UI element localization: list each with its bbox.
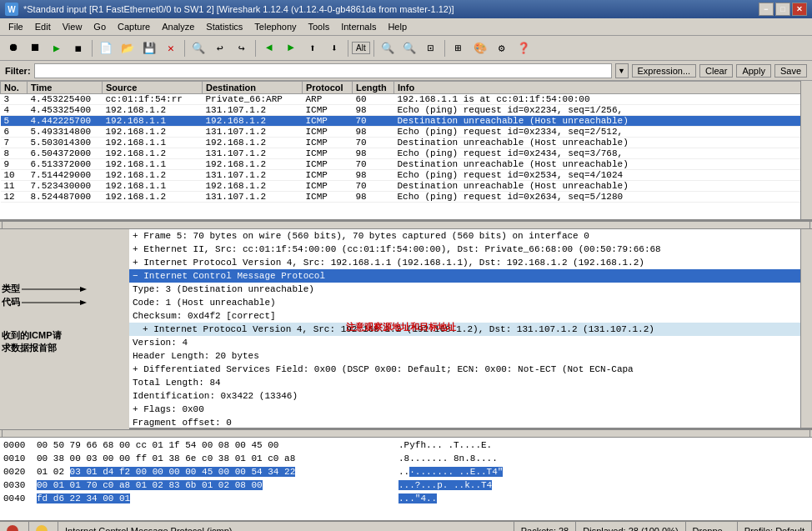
table-row[interactable]: 117.523430000192.168.1.1192.168.1.2ICMP7… xyxy=(1,181,812,192)
clear-button[interactable]: Clear xyxy=(699,64,733,78)
menu-file[interactable]: File xyxy=(3,20,28,33)
table-row[interactable]: 34.453225400cc:01:1f:54:rrPrivate_66:ARP… xyxy=(1,94,812,105)
status-dot-red xyxy=(0,522,29,531)
toolbar-new[interactable]: 📄 xyxy=(96,39,116,58)
table-row[interactable]: 128.524487000192.168.1.2131.107.1.2ICMP9… xyxy=(1,192,812,203)
table-cell: 3 xyxy=(1,94,28,105)
table-cell: 131.107.1.2 xyxy=(203,127,303,138)
menu-telephony[interactable]: Telephony xyxy=(249,20,301,33)
toolbar-start-capture[interactable]: ⏺ xyxy=(3,39,23,58)
toolbar-down[interactable]: ⬇ xyxy=(324,39,344,58)
table-row[interactable]: 96.513372000192.168.1.1192.168.1.2ICMP70… xyxy=(1,159,812,170)
detail-line[interactable]: Type: 3 (Destination unreachable) xyxy=(129,283,812,296)
table-row[interactable]: 65.493314800192.168.1.2131.107.1.2ICMP98… xyxy=(1,127,812,138)
hscroll-track-packets[interactable] xyxy=(2,221,810,229)
close-button[interactable]: ✕ xyxy=(792,3,807,16)
detail-line[interactable]: Fragment offset: 0 xyxy=(129,416,812,429)
expression-button[interactable]: Expression... xyxy=(632,64,697,78)
toolbar-stop-capture[interactable]: ⏹ xyxy=(25,39,45,58)
toolbar-prev[interactable]: ◄ xyxy=(259,39,279,58)
table-cell: 192.168.1.2 xyxy=(103,127,203,138)
menu-go[interactable]: Go xyxy=(88,20,111,33)
menu-analyze[interactable]: Analyze xyxy=(157,20,199,33)
table-cell: 4.442225700 xyxy=(28,116,103,127)
filter-dropdown[interactable]: ▼ xyxy=(615,63,629,78)
code-arrow-icon xyxy=(22,298,88,308)
detail-line[interactable]: + Differentiated Services Field: 0x00 (D… xyxy=(129,363,812,376)
detail-line[interactable]: + Flags: 0x00 xyxy=(129,403,812,416)
table-cell: ICMP xyxy=(303,116,353,127)
table-cell: 7.514429000 xyxy=(28,170,103,181)
detail-line[interactable]: Checksum: 0xd4f2 [correct] xyxy=(129,309,812,323)
detail-line[interactable]: Version: 4 xyxy=(129,336,812,349)
svg-text:W: W xyxy=(8,5,16,14)
minimize-button[interactable]: − xyxy=(759,3,774,16)
table-row[interactable]: 86.504372000192.168.1.2131.107.1.2ICMP98… xyxy=(1,148,812,159)
detail-line[interactable]: Header Length: 20 bytes xyxy=(129,349,812,363)
detail-hscroll[interactable] xyxy=(0,429,812,438)
hex-bytes: 00 38 00 03 00 00 ff 01 38 6e c0 38 01 0… xyxy=(37,452,395,465)
maximize-button[interactable]: □ xyxy=(775,3,790,16)
toolbar-sep-6 xyxy=(444,40,445,57)
svg-marker-3 xyxy=(80,287,87,292)
menu-capture[interactable]: Capture xyxy=(113,20,155,33)
detail-line[interactable]: + Frame 5: 70 bytes on wire (560 bits), … xyxy=(129,229,812,243)
menu-tools[interactable]: Tools xyxy=(303,20,335,33)
hex-line: 0040fd d6 22 34 00 01..."4.. xyxy=(3,492,809,505)
table-cell: 60 xyxy=(353,94,394,105)
toolbar-find[interactable]: 🔍 xyxy=(188,39,208,58)
toolbar-next[interactable]: ► xyxy=(281,39,301,58)
hex-offset: 0020 xyxy=(3,465,33,478)
apply-button[interactable]: Apply xyxy=(736,64,771,78)
menu-internals[interactable]: Internals xyxy=(336,20,381,33)
table-cell: 7 xyxy=(1,138,28,148)
toolbar-go-forward[interactable]: ↪ xyxy=(232,39,252,58)
menu-edit[interactable]: Edit xyxy=(30,20,56,33)
table-row[interactable]: 75.503014300192.168.1.1192.168.1.2ICMP70… xyxy=(1,138,812,148)
table-cell: Private_66:ARP xyxy=(203,94,303,105)
hex-bytes: 00 50 79 66 68 00 cc 01 1f 54 00 08 00 4… xyxy=(37,438,395,452)
status-red-icon xyxy=(7,525,18,532)
table-row[interactable]: 107.514429000192.168.1.2131.107.1.2ICMP9… xyxy=(1,170,812,181)
toolbar-save[interactable]: 💾 xyxy=(139,39,159,58)
filter-input[interactable] xyxy=(34,63,612,78)
toolbar-help2[interactable]: ❓ xyxy=(514,39,534,58)
toolbar-go-back[interactable]: ↩ xyxy=(210,39,230,58)
packet-detail-lines: + Frame 5: 70 bytes on wire (560 bits), … xyxy=(129,229,812,429)
toolbar-stop-live[interactable]: ◼ xyxy=(68,39,88,58)
hex-offset: 0040 xyxy=(3,492,33,505)
svg-marker-5 xyxy=(80,300,87,305)
table-cell: 192.168.1.2 xyxy=(103,192,203,203)
toolbar-zoom-normal[interactable]: ⊡ xyxy=(421,39,441,58)
save-button[interactable]: Save xyxy=(774,64,807,78)
detail-line[interactable]: + Internet Protocol Version 4, Src: 192.… xyxy=(129,323,812,336)
toolbar-up[interactable]: ⬆ xyxy=(303,39,323,58)
hscroll-track-detail[interactable] xyxy=(2,429,810,438)
toolbar-open[interactable]: 📂 xyxy=(118,39,138,58)
packet-list-scrollbar[interactable] xyxy=(800,81,812,219)
toolbar-restart-capture[interactable]: ▶ xyxy=(47,39,67,58)
toolbar-prefs[interactable]: ⚙ xyxy=(492,39,512,58)
table-cell: 9 xyxy=(1,159,28,170)
toolbar-capture-filters[interactable]: ⊞ xyxy=(449,39,469,58)
detail-line[interactable]: + Internet Protocol Version 4, Src: 192.… xyxy=(129,256,812,269)
toolbar-sep-4 xyxy=(348,40,348,57)
menu-statistics[interactable]: Statistics xyxy=(201,20,248,33)
detail-line[interactable]: − Internet Control Message Protocol xyxy=(129,269,812,283)
detail-scrollbar[interactable] xyxy=(800,229,812,428)
toolbar-zoom-in[interactable]: 🔍 xyxy=(378,39,398,58)
filter-bar: Filter: ▼ Expression... Clear Apply Save xyxy=(0,61,812,81)
toolbar-close[interactable]: ✕ xyxy=(161,39,181,58)
detail-line[interactable]: Total Length: 84 xyxy=(129,376,812,389)
toolbar-color[interactable]: 🎨 xyxy=(470,39,490,58)
detail-line[interactable]: Identification: 0x3422 (13346) xyxy=(129,389,812,403)
table-row[interactable]: 44.453325400192.168.1.2131.107.1.2ICMP98… xyxy=(1,105,812,116)
detail-line[interactable]: Code: 1 (Host unreachable) xyxy=(129,296,812,309)
menu-view[interactable]: View xyxy=(58,20,88,33)
packet-list-hscroll[interactable] xyxy=(0,221,812,229)
toolbar-zoom-out[interactable]: 🔍 xyxy=(399,39,419,58)
table-row[interactable]: 54.442225700192.168.1.1192.168.1.2ICMP70… xyxy=(1,116,812,127)
detail-line[interactable]: + Ethernet II, Src: cc:01:1f:54:00:00 (c… xyxy=(129,243,812,256)
col-time: Time xyxy=(28,82,103,94)
menu-help[interactable]: Help xyxy=(383,20,412,33)
